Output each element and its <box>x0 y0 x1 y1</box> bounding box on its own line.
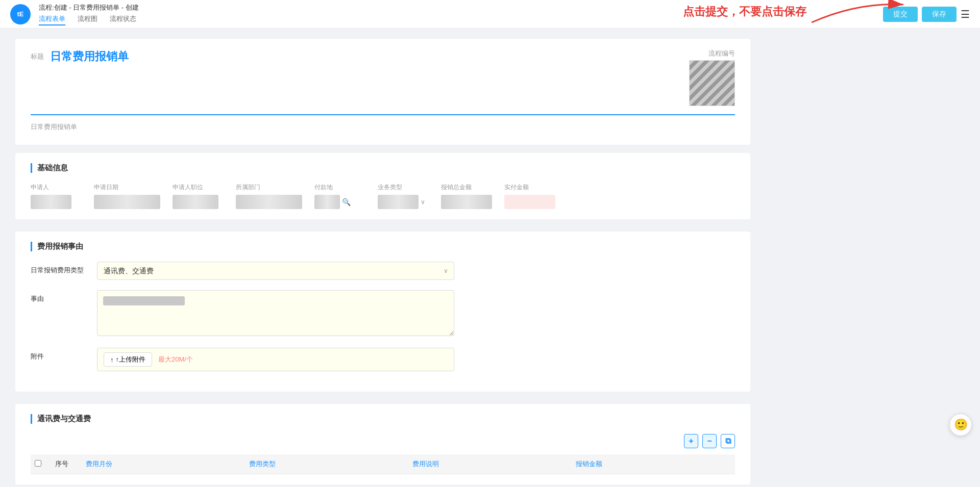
annotation-text: 点击提交，不要点击保存 <box>683 4 806 19</box>
table-actions: + − ⧉ <box>31 434 735 448</box>
search-icon[interactable]: 🔍 <box>342 198 351 206</box>
applicant-label: 申请人 <box>31 183 82 192</box>
comm-transport-title: 通讯费与交通费 <box>31 414 735 424</box>
file-limit-text: 最大20M/个 <box>158 355 193 364</box>
reason-row: 事由 <box>31 290 735 338</box>
title-card: 标题 日常费用报销单 流程编号 日常费用报销单 <box>15 39 750 145</box>
expense-table: 序号 费用月份 费用类型 费用说明 报销金额 <box>31 454 735 474</box>
applicant-value <box>31 195 71 209</box>
nav-item-diagram[interactable]: 流程图 <box>78 14 97 25</box>
nav-bar: 流程表单 流程图 流程状态 <box>39 14 139 25</box>
position-value <box>173 195 218 209</box>
reason-label: 事由 <box>31 290 87 303</box>
dropdown-arrow-icon[interactable]: ∨ <box>421 198 425 206</box>
col-amount-header: 报销金额 <box>572 454 735 474</box>
save-button[interactable]: 保存 <box>922 7 957 22</box>
col-type-header: 费用类型 <box>245 454 408 474</box>
biztype-label: 业务类型 <box>378 183 429 192</box>
add-row-button[interactable]: + <box>684 434 698 448</box>
breadcrumb-area: 流程:创建 - 日常费用报销单 - 创建 流程表单 流程图 流程状态 <box>39 3 139 25</box>
field-dept: 所属部门 <box>236 183 302 209</box>
field-actual-amount: 实付金额 <box>504 183 555 209</box>
header-actions: 提交 保存 ☰ <box>883 7 970 22</box>
date-label: 申请日期 <box>94 183 160 192</box>
title-left: 标题 日常费用报销单 <box>31 49 129 64</box>
expense-type-row: 日常报销费用类型 通讯费、交通费 办公费用 差旅费 其他 <box>31 262 735 280</box>
field-biztype: 业务类型 ∨ <box>378 183 429 209</box>
fields-row: 申请人 申请日期 申请人职位 所属部门 付款地 <box>31 183 735 209</box>
attachment-row: 附件 ↑ ↑上传附件 最大20M/个 <box>31 348 735 371</box>
expense-type-control: 通讯费、交通费 办公费用 差旅费 其他 <box>97 262 735 280</box>
attachment-area: ↑ ↑上传附件 最大20M/个 <box>97 348 454 371</box>
payplace-label: 付款地 <box>314 183 365 192</box>
expense-type-select[interactable]: 通讯费、交通费 办公费用 差旅费 其他 <box>97 262 454 280</box>
col-month-header: 费用月份 <box>82 454 245 474</box>
nav-item-status[interactable]: 流程状态 <box>110 14 136 25</box>
dept-label: 所属部门 <box>236 183 302 192</box>
menu-button[interactable]: ☰ <box>961 8 970 20</box>
expense-type-select-wrapper: 通讯费、交通费 办公费用 差旅费 其他 <box>97 262 454 280</box>
select-all-checkbox[interactable] <box>35 460 41 467</box>
remove-row-button[interactable]: − <box>702 434 717 448</box>
field-date: 申请日期 <box>94 183 160 209</box>
total-amount-label: 报销总金额 <box>441 183 492 192</box>
attachment-control: ↑ ↑上传附件 最大20M/个 <box>97 348 735 371</box>
position-label: 申请人职位 <box>173 183 224 192</box>
date-value <box>94 195 160 209</box>
title-section: 标题 日常费用报销单 流程编号 <box>31 49 735 115</box>
col-desc-header: 费用说明 <box>408 454 572 474</box>
actual-amount-label: 实付金额 <box>504 183 555 192</box>
breadcrumb: 流程:创建 - 日常费用报销单 - 创建 <box>39 3 139 12</box>
field-payplace: 付款地 🔍 <box>314 183 365 209</box>
biztype-value: ∨ <box>378 195 429 209</box>
title-value: 日常费用报销单 <box>50 49 129 64</box>
header: tE 流程:创建 - 日常费用报销单 - 创建 流程表单 流程图 流程状态 点击… <box>0 0 980 29</box>
payplace-value: 🔍 <box>314 195 365 209</box>
total-amount-value <box>441 195 492 209</box>
submit-button[interactable]: 提交 <box>883 7 918 22</box>
copy-row-button[interactable]: ⧉ <box>721 434 735 448</box>
dept-value <box>236 195 302 209</box>
nav-item-form[interactable]: 流程表单 <box>39 14 65 25</box>
main-content: 标题 日常费用报销单 流程编号 日常费用报销单 基础信息 申请人 申请日期 <box>0 29 766 487</box>
field-total-amount: 报销总金额 <box>441 183 492 209</box>
expense-type-label: 日常报销费用类型 <box>31 262 87 275</box>
title-right: 流程编号 <box>689 49 735 106</box>
reason-control <box>97 290 735 338</box>
qr-code <box>689 60 735 106</box>
field-position: 申请人职位 <box>173 183 224 209</box>
upload-button[interactable]: ↑ ↑上传附件 <box>104 352 152 367</box>
logo: tE <box>10 4 31 24</box>
expense-reason-title: 费用报销事由 <box>31 242 735 251</box>
logo-text: tE <box>17 10 24 18</box>
comm-transport-section: 通讯费与交通费 + − ⧉ 序号 费用月份 费用类 <box>15 404 750 484</box>
col-checkbox <box>31 454 51 474</box>
process-number-label: 流程编号 <box>708 49 735 58</box>
helper-button[interactable]: 🙂 <box>949 414 972 436</box>
reason-blurred-content <box>103 296 185 305</box>
actual-amount-value <box>504 195 555 209</box>
col-seq-header: 序号 <box>51 454 82 474</box>
field-applicant: 申请人 <box>31 183 82 209</box>
helper-icon: 🙂 <box>954 418 968 431</box>
subtitle: 日常费用报销单 <box>31 119 735 135</box>
annotation-overlay: 点击提交，不要点击保存 <box>683 4 806 19</box>
upload-icon: ↑ <box>110 356 114 364</box>
title-label: 标题 <box>31 52 44 61</box>
basic-info-title: 基础信息 <box>31 163 735 173</box>
basic-info-section: 基础信息 申请人 申请日期 申请人职位 所属部门 <box>15 153 750 219</box>
expense-reason-section: 费用报销事由 日常报销费用类型 通讯费、交通费 办公费用 差旅费 其他 事由 <box>15 232 750 392</box>
attachment-label: 附件 <box>31 348 87 361</box>
table-header: 序号 费用月份 费用类型 费用说明 报销金额 <box>31 454 735 474</box>
upload-label: ↑上传附件 <box>116 355 146 364</box>
